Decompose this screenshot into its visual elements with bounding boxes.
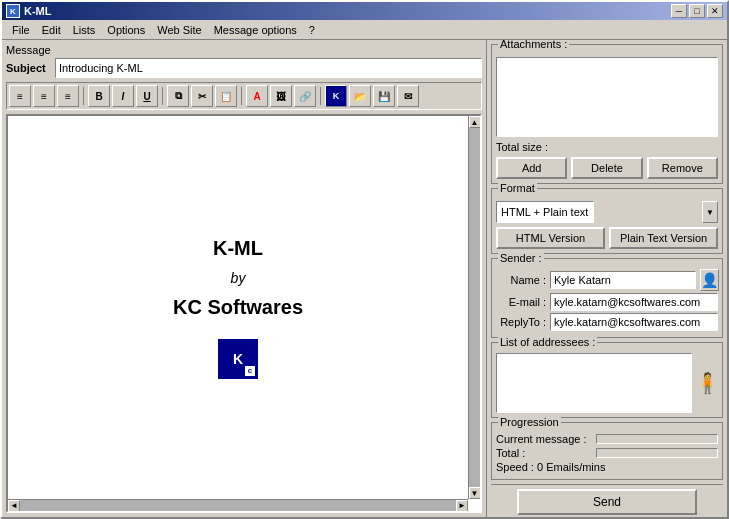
- paste-button[interactable]: 📋: [215, 85, 237, 107]
- add-button[interactable]: Add: [496, 157, 567, 179]
- progression-group: Progression Current message : Total : Sp…: [491, 422, 723, 480]
- logo-button[interactable]: K: [325, 85, 347, 107]
- editor-content: K-ML by KC Softwares K c: [8, 116, 468, 499]
- attachment-buttons: Add Delete Remove: [496, 157, 718, 179]
- sender-name-row: Name : 👤: [496, 269, 718, 291]
- total-size-row: Total size :: [496, 141, 718, 153]
- email-label: E-mail :: [496, 296, 546, 308]
- subject-label: Subject: [6, 62, 51, 74]
- replyto-label: ReplyTo :: [496, 316, 546, 328]
- menu-lists[interactable]: Lists: [67, 22, 102, 38]
- menu-file[interactable]: File: [6, 22, 36, 38]
- format-group: Format HTML + Plain text HTML only Plain…: [491, 188, 723, 254]
- menu-edit[interactable]: Edit: [36, 22, 67, 38]
- maximize-button[interactable]: □: [689, 4, 705, 18]
- menu-message-options[interactable]: Message options: [208, 22, 303, 38]
- save-button[interactable]: 💾: [373, 85, 395, 107]
- separator-3: [241, 87, 242, 105]
- addressees-label: List of addressees :: [498, 336, 597, 348]
- addressees-list[interactable]: [496, 353, 692, 413]
- name-label: Name :: [496, 274, 546, 286]
- addressees-group: List of addressees : 🧍: [491, 342, 723, 418]
- speed-value: Speed : 0 Emails/mins: [496, 461, 605, 473]
- total-progress-bar-container: [596, 448, 718, 458]
- version-buttons: HTML Version Plain Text Version: [496, 227, 718, 249]
- align-left-button[interactable]: ≡: [9, 85, 31, 107]
- underline-button[interactable]: U: [136, 85, 158, 107]
- format-select-row: HTML + Plain text HTML only Plain text o…: [496, 201, 718, 223]
- sender-name-input[interactable]: [550, 271, 696, 289]
- italic-button[interactable]: I: [112, 85, 134, 107]
- scroll-down-button[interactable]: ▼: [469, 487, 481, 499]
- sender-group: Sender : Name : 👤 E-mail : ReplyTo :: [491, 258, 723, 338]
- avatar-icon: 👤: [701, 272, 718, 288]
- editor-by: by: [231, 270, 246, 286]
- formatting-toolbar: ≡ ≡ ≡ B I U ⧉ ✂ 📋 A 🖼 🔗 K 📂 💾 ✉: [6, 82, 482, 110]
- select-arrow-icon: ▼: [702, 201, 718, 223]
- scroll-left-button[interactable]: ◄: [8, 500, 20, 512]
- scroll-right-button[interactable]: ►: [456, 500, 468, 512]
- insert-link-button[interactable]: 🔗: [294, 85, 316, 107]
- progression-label: Progression: [498, 416, 561, 428]
- total-label: Total :: [496, 447, 596, 459]
- attachments-group: Attachments : Total size : Add Delete Re…: [491, 44, 723, 184]
- copy-button[interactable]: ⧉: [167, 85, 189, 107]
- h-scroll-track[interactable]: [20, 500, 456, 511]
- sender-label: Sender :: [498, 252, 544, 264]
- editor-company: KC Softwares: [173, 296, 303, 319]
- delete-button[interactable]: Delete: [571, 157, 642, 179]
- open-button[interactable]: 📂: [349, 85, 371, 107]
- format-label: Format: [498, 182, 537, 194]
- total-row: Total :: [496, 447, 718, 459]
- current-progress-bar-container: [596, 434, 718, 444]
- person-icon: 🧍: [695, 371, 720, 395]
- right-panel: Attachments : Total size : Add Delete Re…: [487, 40, 727, 517]
- cut-button[interactable]: ✂: [191, 85, 213, 107]
- editor-logo: K c: [218, 339, 258, 379]
- separator-1: [83, 87, 84, 105]
- sender-email-input[interactable]: [550, 293, 718, 311]
- menu-help[interactable]: ?: [303, 22, 321, 38]
- left-panel: Message Subject ≡ ≡ ≡ B I U ⧉ ✂ 📋 A: [2, 40, 487, 517]
- remove-button[interactable]: Remove: [647, 157, 718, 179]
- current-message-label: Current message :: [496, 433, 596, 445]
- scroll-up-button[interactable]: ▲: [469, 116, 481, 128]
- menu-options[interactable]: Options: [101, 22, 151, 38]
- email-button[interactable]: ✉: [397, 85, 419, 107]
- menu-bar: File Edit Lists Options Web Site Message…: [2, 20, 727, 40]
- send-row: Send: [491, 484, 723, 517]
- horizontal-scrollbar[interactable]: ◄ ►: [8, 499, 468, 511]
- align-center-button[interactable]: ≡: [33, 85, 55, 107]
- separator-4: [320, 87, 321, 105]
- insert-image-button[interactable]: 🖼: [270, 85, 292, 107]
- app-icon: K: [6, 4, 20, 18]
- title-bar: K K-ML ─ □ ✕: [2, 2, 727, 20]
- message-label: Message: [6, 44, 482, 56]
- font-color-button[interactable]: A: [246, 85, 268, 107]
- speed-row: Speed : 0 Emails/mins: [496, 461, 718, 473]
- minimize-button[interactable]: ─: [671, 4, 687, 18]
- close-button[interactable]: ✕: [707, 4, 723, 18]
- sender-replyto-input[interactable]: [550, 313, 718, 331]
- editor-area[interactable]: K-ML by KC Softwares K c ▲ ▼ ◄ ►: [6, 114, 482, 513]
- scroll-track[interactable]: [469, 128, 481, 487]
- addressees-person-icon: 🧍: [696, 353, 718, 413]
- sender-avatar[interactable]: 👤: [700, 269, 719, 291]
- sender-email-row: E-mail :: [496, 293, 718, 311]
- addressees-inner: 🧍: [496, 353, 718, 413]
- current-message-row: Current message :: [496, 433, 718, 445]
- window-title: K-ML: [24, 5, 52, 17]
- subject-input[interactable]: [55, 58, 482, 78]
- plain-text-version-button[interactable]: Plain Text Version: [609, 227, 718, 249]
- align-right-button[interactable]: ≡: [57, 85, 79, 107]
- format-select[interactable]: HTML + Plain text HTML only Plain text o…: [496, 201, 594, 223]
- send-button[interactable]: Send: [517, 489, 697, 515]
- separator-2: [162, 87, 163, 105]
- format-select-wrapper: HTML + Plain text HTML only Plain text o…: [496, 201, 718, 223]
- menu-website[interactable]: Web Site: [151, 22, 207, 38]
- editor-title: K-ML: [213, 237, 263, 260]
- html-version-button[interactable]: HTML Version: [496, 227, 605, 249]
- bold-button[interactable]: B: [88, 85, 110, 107]
- vertical-scrollbar[interactable]: ▲ ▼: [468, 116, 480, 499]
- sender-replyto-row: ReplyTo :: [496, 313, 718, 331]
